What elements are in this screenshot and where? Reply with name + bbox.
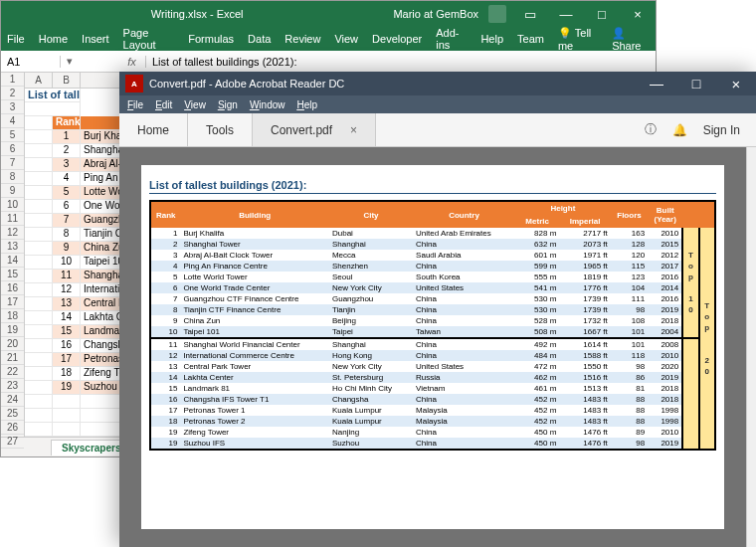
row-header[interactable]: 3 [1,100,24,114]
ribbon-tab-pagelayout[interactable]: Page Layout [123,27,175,51]
row-header[interactable]: 7 [1,156,24,170]
pdf-viewport[interactable]: List of tallest buildings (2021): Rank B… [119,147,746,547]
row-header[interactable]: 5 [1,128,24,142]
maximize-icon[interactable]: □ [676,76,716,91]
row-header[interactable]: 11 [1,212,24,226]
th-built: Built (Year) [648,201,682,228]
ribbon-tab-team[interactable]: Team [517,33,544,45]
tab-tools[interactable]: Tools [188,113,253,146]
row-headers[interactable]: 1234567891011121314151617181920212223242… [1,73,25,437]
name-box[interactable]: A1 [1,56,61,68]
th-height: Height [515,201,611,215]
table-row: 14Lakhta CenterSt. PetersburgRussia 462 … [150,372,715,383]
table-row: 12International Commerce CentreHong Kong… [150,350,715,361]
ribbon-tab-help[interactable]: Help [480,33,503,45]
close-icon[interactable]: × [716,76,756,92]
row-header[interactable]: 10 [1,198,24,212]
table-row: 19Zifeng TowerNanjingChina 450 m1476 ft8… [150,427,715,438]
table-row: 15Landmark 81Ho Chi Minh CityVietnam 461… [150,383,715,394]
table-row: 10Taipei 101TaipeiTaiwan 508 m1667 ft101… [150,326,715,338]
row-header[interactable]: 20 [1,337,24,351]
table-row: 6One World Trade CenterNew York CityUnit… [150,282,715,293]
menu-help[interactable]: Help [297,99,318,110]
ribbon-tab-formulas[interactable]: Formulas [188,33,234,45]
acrobat-window: A Convert.pdf - Adobe Acrobat Reader DC … [119,72,756,547]
ribbon-tab-add-ins[interactable]: Add-ins [436,27,467,51]
row-header[interactable]: 4 [1,114,24,128]
excel-user[interactable]: Mario at GemBox [393,8,478,20]
th-rank: Rank [150,201,180,228]
ribbon-tab-data[interactable]: Data [248,33,271,45]
table-row: 5Lotte World TowerSeoulSouth Korea 555 m… [150,272,715,282]
row-header[interactable]: 9 [1,184,24,198]
table-row: 7Guangzhou CTF Finance CentreGuangzhouCh… [150,293,715,304]
tab-document[interactable]: Convert.pdf × [253,113,376,146]
close-icon[interactable]: × [620,7,656,22]
ribbon-tab-insert[interactable]: Insert [82,33,109,45]
ribbon-tab-developer[interactable]: Developer [372,33,422,45]
row-header[interactable]: 1 [1,73,24,87]
row-header[interactable]: 23 [1,379,24,393]
row-header[interactable]: 16 [1,281,24,295]
signin-button[interactable]: Sign In [703,123,740,137]
row-header[interactable]: 27 [1,435,24,449]
table-row: 9China ZunBeijingChina 528 m1732 ft10820… [150,315,715,326]
row-header[interactable]: 25 [1,407,24,421]
share-button[interactable]: 👤 Share [612,27,650,52]
tellme-button[interactable]: 💡 Tell me [558,27,600,52]
menu-sign[interactable]: Sign [218,99,238,110]
row-header[interactable]: 15 [1,268,24,281]
minimize-icon[interactable]: — [637,76,676,91]
table-row: 1Burj KhalifaDubaiUnited Arab Emirates 8… [150,228,715,239]
ribbon-tab-home[interactable]: Home [39,33,68,45]
row-header[interactable]: 21 [1,351,24,365]
table-row: 19Suzhou IFSSuzhouChina 450 m1476 ft9820… [150,438,715,450]
namebox-dropdown-icon[interactable]: ▾ [61,55,79,68]
table-row: 17Petronas Tower 1Kuala LumpurMalaysia 4… [150,405,715,416]
col-b[interactable]: B [53,73,81,88]
th-metric: Metric [515,215,559,228]
row-header[interactable]: 18 [1,309,24,323]
tab-home[interactable]: Home [119,113,188,146]
col-a[interactable]: A [25,73,53,88]
row-header[interactable]: 26 [1,421,24,435]
row-header[interactable]: 19 [1,323,24,337]
acrobat-tabs: Home Tools Convert.pdf × ⓘ 🔔 Sign In [119,113,756,147]
table-row: 16Changsha IFS Tower T1ChangshaChina 452… [150,394,715,405]
row-header[interactable]: 13 [1,240,24,254]
table-row: 13Central Park TowerNew York CityUnited … [150,361,715,372]
menu-window[interactable]: Window [250,99,285,110]
row-header[interactable]: 2 [1,87,24,100]
th-building: Building [180,201,329,228]
minimize-icon[interactable]: — [548,7,584,22]
table-row: 4Ping An Finance CentreShenzhenChina 599… [150,261,715,272]
acrobat-title-text: Convert.pdf - Adobe Acrobat Reader DC [149,78,344,90]
th-country: Country [413,201,515,228]
excel-title-text: Writing.xlsx - Excel [151,8,244,20]
row-header[interactable]: 24 [1,393,24,407]
formula-input[interactable]: List of tallest buildings (2021): [146,56,656,68]
menu-edit[interactable]: Edit [155,99,172,110]
ribbon-tab-file[interactable]: File [7,33,25,45]
user-avatar-icon[interactable] [488,5,506,23]
menu-file[interactable]: File [127,99,143,110]
acrobat-toolpane[interactable] [746,147,756,547]
tab-close-icon[interactable]: × [350,123,357,137]
ribbon-options-icon[interactable]: ▭ [512,7,548,22]
ribbon-tab-view[interactable]: View [334,33,358,45]
row-header[interactable]: 6 [1,142,24,156]
fx-icon[interactable]: fx [118,56,146,68]
row-header[interactable]: 22 [1,365,24,379]
ribbon-tab-review[interactable]: Review [284,33,320,45]
help-icon[interactable]: ⓘ [645,121,657,138]
cell[interactable]: List of tallest buildings (2021): [25,89,81,102]
maximize-icon[interactable]: □ [584,7,620,22]
row-header[interactable]: 8 [1,170,24,184]
row-header[interactable]: 12 [1,226,24,240]
row-header[interactable]: 17 [1,295,24,309]
bell-icon[interactable]: 🔔 [672,123,687,137]
table-row: 8Tianjin CTF Finance CentreTianjinChina … [150,304,715,315]
menu-view[interactable]: View [184,99,206,110]
row-header[interactable]: 14 [1,254,24,268]
cell[interactable]: Rank [53,116,81,130]
